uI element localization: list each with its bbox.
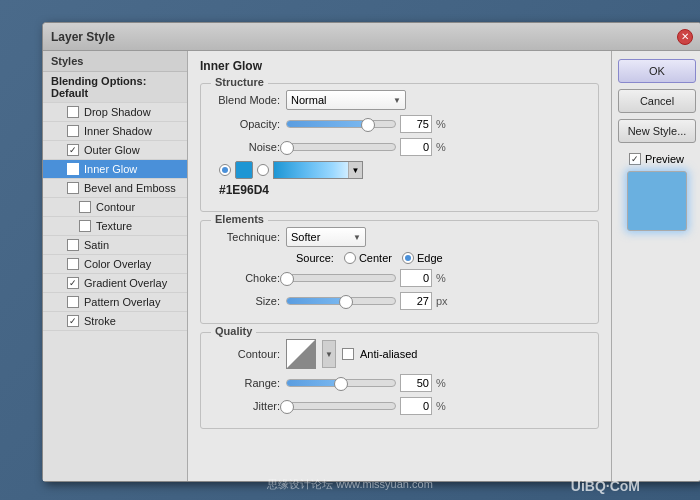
close-button[interactable]: ✕ [677,29,693,45]
gradient-overlay-checkbox[interactable]: ✓ [67,277,79,289]
size-row: Size: px [211,292,588,310]
style-item-inner-shadow[interactable]: Inner Shadow [43,122,187,141]
noise-label: Noise: [211,141,286,153]
bevel-emboss-checkbox[interactable] [67,182,79,194]
style-item-bevel-emboss[interactable]: Bevel and Emboss [43,179,187,198]
inner-shadow-checkbox[interactable] [67,125,79,137]
style-item-pattern-overlay[interactable]: Pattern Overlay [43,293,187,312]
inner-glow-checkbox[interactable]: ✓ [67,163,79,175]
pattern-overlay-checkbox[interactable] [67,296,79,308]
blending-label: Blending Options: Default [51,75,179,99]
size-slider-thumb[interactable] [339,295,353,309]
technique-select[interactable]: Softer ▼ [286,227,366,247]
ok-button[interactable]: OK [618,59,696,83]
satin-checkbox[interactable] [67,239,79,251]
jitter-label: Jitter: [211,400,286,412]
preview-checkbox[interactable]: ✓ [629,153,641,165]
source-edge-option[interactable]: Edge [402,252,443,264]
source-center-radio[interactable] [344,252,356,264]
color-radio-solid[interactable] [219,164,231,176]
range-slider-thumb[interactable] [334,377,348,391]
structure-section: Structure Blend Mode: Normal ▼ Opacity: [200,83,599,212]
choke-unit: % [436,272,454,284]
outer-glow-label: Outer Glow [84,144,140,156]
stroke-label: Stroke [84,315,116,327]
main-content-area: Inner Glow Structure Blend Mode: Normal … [188,51,611,481]
technique-label: Technique: [211,231,286,243]
style-item-gradient-overlay[interactable]: ✓ Gradient Overlay [43,274,187,293]
blend-mode-select[interactable]: Normal ▼ [286,90,406,110]
drop-shadow-checkbox[interactable] [67,106,79,118]
anti-alias-label: Anti-aliased [360,348,417,360]
styles-header: Styles [43,51,187,72]
range-slider-track[interactable] [286,379,396,387]
color-overlay-label: Color Overlay [84,258,151,270]
blend-mode-label: Blend Mode: [211,94,286,106]
jitter-slider-thumb[interactable] [280,400,294,414]
source-label: Source: [296,252,334,264]
color-radio-gradient[interactable] [257,164,269,176]
style-item-stroke[interactable]: ✓ Stroke [43,312,187,331]
gradient-arrow-icon[interactable]: ▼ [348,162,362,178]
source-edge-radio[interactable] [402,252,414,264]
dialog-title: Layer Style [51,30,115,44]
outer-glow-checkbox[interactable]: ✓ [67,144,79,156]
opacity-value-input[interactable] [400,115,432,133]
hex-color-label: #1E96D4 [219,183,588,197]
quality-title: Quality [211,325,256,337]
source-row: Source: Center Edge [296,252,588,264]
gradient-swatch[interactable]: ▼ [273,161,363,179]
contour-checkbox[interactable] [79,201,91,213]
color-row: ▼ [219,161,588,179]
technique-arrow-icon: ▼ [353,233,361,242]
gradient-overlay-label: Gradient Overlay [84,277,167,289]
jitter-row: Jitter: % [211,397,588,415]
jitter-slider-track[interactable] [286,402,396,410]
style-item-contour[interactable]: Contour [43,198,187,217]
opacity-slider-track[interactable] [286,120,396,128]
size-slider-track[interactable] [286,297,396,305]
noise-unit: % [436,141,454,153]
structure-title: Structure [211,76,268,88]
dialog-body: Styles Blending Options: Default Drop Sh… [43,51,700,481]
style-item-drop-shadow[interactable]: Drop Shadow [43,103,187,122]
new-style-button[interactable]: New Style... [618,119,696,143]
contour-dropdown-icon[interactable]: ▼ [322,340,336,368]
style-item-texture[interactable]: Texture [43,217,187,236]
noise-slider-thumb[interactable] [280,141,294,155]
bevel-emboss-label: Bevel and Emboss [84,182,176,194]
size-value-input[interactable] [400,292,432,310]
texture-checkbox[interactable] [79,220,91,232]
color-swatch-solid[interactable] [235,161,253,179]
range-label: Range: [211,377,286,389]
size-slider-container: px [286,292,454,310]
range-value-input[interactable] [400,374,432,392]
blend-mode-row: Blend Mode: Normal ▼ [211,90,588,110]
choke-row: Choke: % [211,269,588,287]
noise-value-input[interactable] [400,138,432,156]
noise-slider-track[interactable] [286,143,396,151]
opacity-slider-thumb[interactable] [361,118,375,132]
style-item-satin[interactable]: Satin [43,236,187,255]
range-unit: % [436,377,454,389]
blend-mode-value: Normal [291,94,326,106]
choke-slider-thumb[interactable] [280,272,294,286]
style-item-blending[interactable]: Blending Options: Default [43,72,187,103]
inner-glow-section-title: Inner Glow [200,59,262,73]
source-center-option[interactable]: Center [344,252,392,264]
jitter-value-input[interactable] [400,397,432,415]
stroke-checkbox[interactable]: ✓ [67,315,79,327]
satin-label: Satin [84,239,109,251]
color-overlay-checkbox[interactable] [67,258,79,270]
contour-preview[interactable] [286,339,316,369]
brand-label: UiBQ·CoM [571,478,640,494]
preview-label: Preview [645,153,684,165]
choke-value-input[interactable] [400,269,432,287]
style-item-color-overlay[interactable]: Color Overlay [43,255,187,274]
choke-slider-track[interactable] [286,274,396,282]
source-edge-label: Edge [417,252,443,264]
style-item-inner-glow[interactable]: ✓ Inner Glow [43,160,187,179]
anti-alias-checkbox[interactable] [342,348,354,360]
style-item-outer-glow[interactable]: ✓ Outer Glow [43,141,187,160]
cancel-button[interactable]: Cancel [618,89,696,113]
